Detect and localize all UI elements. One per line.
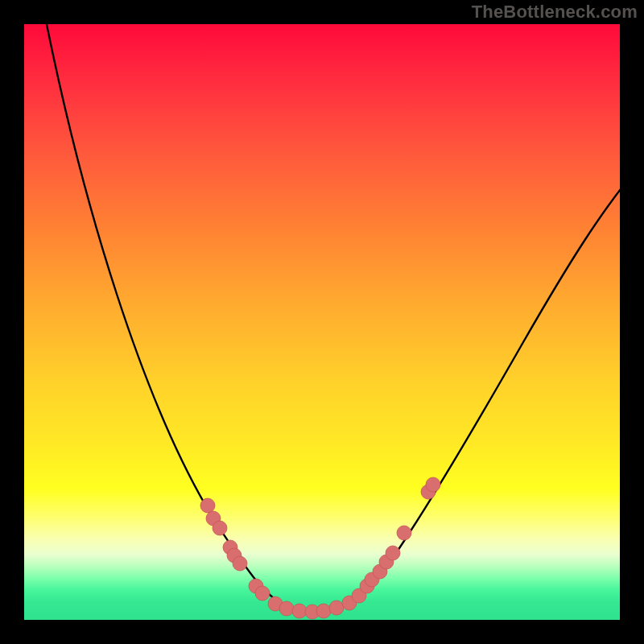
curve-bead [255, 586, 270, 601]
curve-bead [292, 604, 307, 618]
curve-bead [213, 521, 227, 535]
curve-bead [316, 604, 331, 618]
bottleneck-curve [40, 0, 644, 612]
curve-bead [279, 601, 294, 616]
curve-bead [386, 546, 400, 560]
curve-bead [200, 498, 215, 513]
plot-area [24, 24, 620, 620]
curve-bead [329, 601, 344, 615]
curve-beads-group [200, 477, 440, 619]
chart-frame: TheBottleneck.com [0, 0, 644, 644]
watermark-text: TheBottleneck.com [472, 2, 638, 23]
curve-bead [397, 526, 411, 540]
curve-bead [426, 477, 440, 492]
curve-bead [233, 556, 247, 571]
curve-svg [24, 24, 620, 620]
